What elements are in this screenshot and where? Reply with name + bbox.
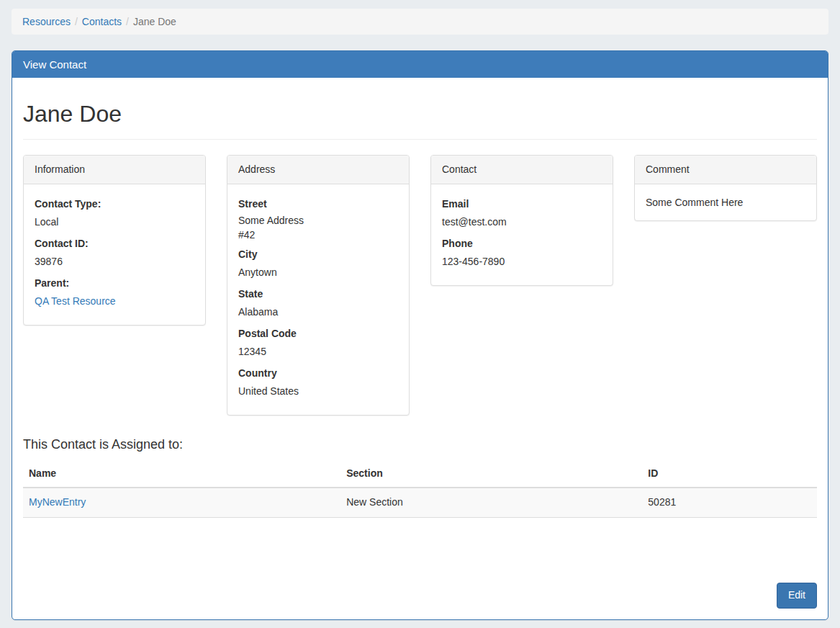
contact-card-body: Email test@test.com Phone 123-456-7890 [431,184,613,285]
contact-id-value: 39876 [35,253,194,271]
assigned-table: Name Section ID MyNewEntry New Section 5… [23,461,817,518]
address-card: Address Street Some Address #42 City Any… [227,155,410,416]
phone-label: Phone [442,235,602,253]
breadcrumb-current: Jane Doe [133,16,176,27]
breadcrumb-link-resources[interactable]: Resources [22,16,71,27]
column-header-section: Section [340,461,642,488]
contact-id-field: Contact ID: 39876 [35,235,194,271]
postal-code-field: Postal Code 12345 [238,325,398,361]
phone-field: Phone 123-456-7890 [442,235,602,271]
country-value: United States [238,382,398,400]
page-container: Resources/Contacts/Jane Doe View Contact… [0,0,840,620]
street-value-line1: Some Address [238,213,398,228]
email-label: Email [442,195,602,213]
state-label: State [238,285,398,303]
assigned-id-cell: 50281 [642,488,817,517]
parent-resource-link[interactable]: QA Test Resource [35,292,116,310]
contact-card-header: Contact [431,156,613,184]
table-row: MyNewEntry New Section 50281 [23,488,817,517]
information-card-header: Information [24,156,205,184]
contact-type-field: Contact Type: Local [35,195,194,231]
breadcrumb: Resources/Contacts/Jane Doe [12,9,828,35]
comment-card-body: Some Comment Here [635,184,816,220]
comment-text: Some Comment Here [646,195,805,210]
view-contact-panel: View Contact Jane Doe Information Contac… [12,50,828,620]
country-field: Country United States [238,364,398,400]
information-card-body: Contact Type: Local Contact ID: 39876 Pa… [24,184,205,325]
assigned-table-header: Name Section ID [23,461,817,488]
street-value-line2: #42 [238,228,398,242]
parent-field: Parent: QA Test Resource [35,274,194,310]
information-card: Information Contact Type: Local Contact … [23,155,206,326]
panel-actions: Edit [23,583,817,609]
panel-body: Jane Doe Information Contact Type: Local… [12,78,828,619]
contact-type-label: Contact Type: [35,195,194,213]
assigned-section-cell: New Section [340,488,642,517]
title-divider [23,139,817,140]
country-label: Country [238,364,398,382]
postal-code-value: 12345 [238,343,398,361]
assigned-name-cell: MyNewEntry [23,488,340,517]
breadcrumb-link-contacts[interactable]: Contacts [82,16,122,27]
address-card-body: Street Some Address #42 City Anytown Sta… [227,184,409,415]
contact-cards-row: Information Contact Type: Local Contact … [23,155,817,416]
assigned-entry-link[interactable]: MyNewEntry [29,496,86,508]
panel-title: View Contact [23,58,86,71]
edit-button[interactable]: Edit [777,583,817,609]
parent-label: Parent: [35,274,194,292]
address-card-header: Address [227,156,409,184]
comment-card: Comment Some Comment Here [634,155,817,221]
breadcrumb-separator: / [122,16,133,27]
contact-type-value: Local [35,213,194,231]
street-field: Street Some Address #42 [238,195,398,242]
contact-id-label: Contact ID: [35,235,194,253]
panel-heading: View Contact [12,51,828,78]
assigned-section-heading: This Contact is Assigned to: [23,437,817,452]
city-label: City [238,246,398,264]
state-value: Alabama [238,303,398,321]
breadcrumb-separator: / [71,16,82,27]
contact-card: Contact Email test@test.com Phone 123-45… [430,155,613,286]
phone-value: 123-456-7890 [442,253,602,271]
city-field: City Anytown [238,246,398,282]
column-header-id: ID [642,461,817,488]
city-value: Anytown [238,264,398,282]
postal-code-label: Postal Code [238,325,398,343]
email-field: Email test@test.com [442,195,602,231]
state-field: State Alabama [238,285,398,321]
column-header-name: Name [23,461,340,488]
street-label: Street [238,195,398,213]
email-value: test@test.com [442,213,602,231]
page-title: Jane Doe [23,102,817,127]
comment-card-header: Comment [635,156,816,184]
